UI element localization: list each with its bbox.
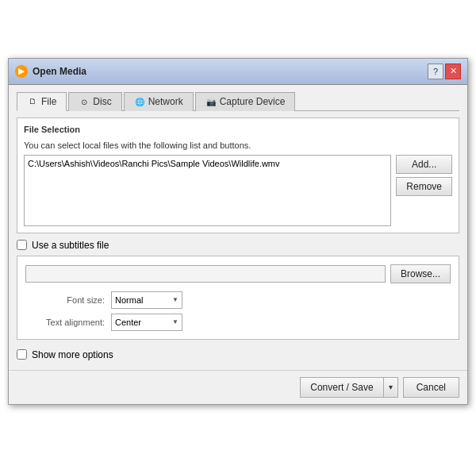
tabs-row: 🗋 File ⊙ Disc 🌐 Network 📷 Capture Device [17, 91, 459, 111]
cancel-button[interactable]: Cancel [403, 377, 459, 398]
convert-save-arrow-button[interactable]: ▾ [383, 377, 398, 398]
window-title: Open Media [33, 66, 86, 77]
file-buttons: Add... Remove [396, 155, 452, 196]
font-size-arrow-icon: ▼ [172, 296, 178, 303]
subtitle-file-row: Browse... [25, 264, 451, 283]
text-alignment-value: Center [115, 318, 169, 327]
show-more-row: Show more options [17, 346, 459, 364]
show-more-label[interactable]: Show more options [32, 349, 113, 360]
file-list-row: C:\Users\Ashish\Videos\Ranchi Pics\Sampl… [24, 155, 452, 226]
subtitle-inner: Browse... Font size: Normal ▼ Text align… [17, 256, 459, 340]
file-tab-icon: 🗋 [27, 96, 38, 107]
remove-button[interactable]: Remove [396, 177, 452, 196]
text-alignment-arrow-icon: ▼ [172, 318, 178, 325]
tab-disc[interactable]: ⊙ Disc [68, 92, 121, 111]
font-size-label: Font size: [41, 295, 105, 305]
subtitle-file-input[interactable] [25, 265, 386, 283]
font-size-dropdown[interactable]: Normal ▼ [111, 291, 182, 309]
font-options: Font size: Normal ▼ Text alignment: Cent… [25, 291, 451, 331]
convert-save-button[interactable]: Convert / Save [300, 377, 382, 398]
tab-disc-label: Disc [93, 96, 111, 107]
subtitle-checkbox-label[interactable]: Use a subtitles file [32, 240, 109, 251]
show-more-checkbox[interactable] [17, 349, 27, 360]
file-list-item: C:\Users\Ashish\Videos\Ranchi Pics\Sampl… [28, 159, 387, 168]
font-size-row: Font size: Normal ▼ [41, 291, 451, 309]
browse-button[interactable]: Browse... [390, 264, 451, 283]
help-button[interactable]: ? [428, 64, 443, 79]
title-bar-controls: ? ✕ [428, 64, 461, 79]
file-section-description: You can select local files with the foll… [24, 141, 452, 150]
text-alignment-dropdown[interactable]: Center ▼ [111, 314, 182, 331]
add-button[interactable]: Add... [396, 155, 452, 174]
text-alignment-label: Text alignment: [41, 318, 105, 327]
dialog-body: 🗋 File ⊙ Disc 🌐 Network 📷 Capture Device… [9, 85, 467, 370]
title-bar-left: ▶ Open Media [15, 65, 86, 78]
tab-capture-label: Capture Device [220, 96, 286, 107]
file-list-box[interactable]: C:\Users\Ashish\Videos\Ranchi Pics\Sampl… [24, 155, 391, 226]
font-size-value: Normal [115, 295, 169, 305]
tab-file-label: File [41, 96, 56, 107]
capture-tab-icon: 📷 [205, 96, 217, 107]
file-selection-section: File Selection You can select local file… [17, 117, 459, 233]
disc-tab-icon: ⊙ [79, 96, 90, 107]
convert-save-split-button: Convert / Save ▾ [300, 377, 397, 398]
vlc-icon: ▶ [15, 65, 28, 78]
network-tab-icon: 🌐 [134, 96, 145, 107]
bottom-bar: Convert / Save ▾ Cancel [9, 370, 467, 404]
file-section-title: File Selection [24, 125, 452, 134]
tab-capture[interactable]: 📷 Capture Device [195, 92, 296, 111]
tab-network[interactable]: 🌐 Network [124, 92, 194, 111]
subtitle-checkbox[interactable] [17, 240, 27, 250]
close-button[interactable]: ✕ [445, 64, 461, 79]
tab-network-label: Network [148, 96, 183, 107]
subtitle-checkbox-row: Use a subtitles file [17, 240, 459, 251]
tab-file[interactable]: 🗋 File [17, 92, 67, 111]
dialog-window: ▶ Open Media ? ✕ 🗋 File ⊙ Disc 🌐 Network [8, 58, 468, 405]
subtitle-section: Use a subtitles file Browse... Font size… [17, 240, 459, 340]
title-bar: ▶ Open Media ? ✕ [9, 59, 467, 85]
text-alignment-row: Text alignment: Center ▼ [41, 314, 451, 331]
